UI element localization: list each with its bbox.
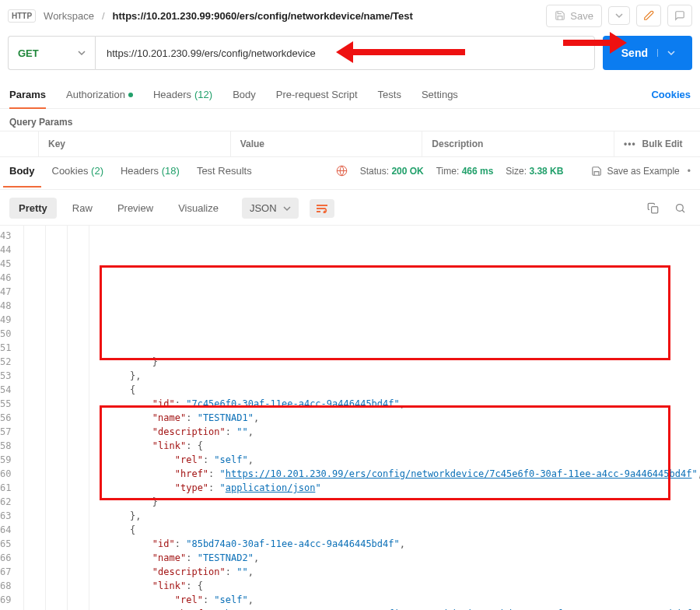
code-content: } }, { "id": "7c45e6f0-30af-11ee-a4cc-9a…: [17, 226, 700, 610]
svg-point-2: [677, 205, 684, 212]
status-dot-icon: [128, 93, 133, 97]
request-bar: GET Send: [0, 31, 700, 81]
send-dropdown[interactable]: [657, 49, 675, 57]
method-dropdown[interactable]: GET: [8, 36, 95, 70]
tab-authorization-label: Authorization: [66, 89, 125, 100]
size-label: Size:: [506, 166, 527, 177]
url-input[interactable]: [95, 36, 595, 70]
body-format-dropdown[interactable]: JSON: [242, 198, 299, 219]
tab-headers[interactable]: Headers (12): [153, 81, 212, 108]
response-meta: Status: 200 OK Time: 466 ms Size: 3.38 K…: [336, 165, 564, 177]
save-icon: [591, 166, 602, 177]
request-tabs: Params Authorization Headers (12) Body P…: [0, 81, 700, 109]
save-button[interactable]: Save: [546, 5, 602, 27]
resp-tab-headers[interactable]: Headers (18): [121, 165, 180, 177]
time-label: Time:: [436, 166, 460, 177]
tab-params[interactable]: Params: [9, 82, 46, 109]
globe-icon: [336, 165, 348, 177]
qparam-desc-header: Description: [422, 131, 614, 156]
chevron-down-icon: [78, 49, 86, 57]
send-label: Send: [621, 47, 648, 59]
method-value: GET: [18, 47, 39, 59]
tab-body[interactable]: Body: [233, 81, 256, 108]
pencil-icon: [643, 10, 654, 21]
response-tabs: Body Cookies (2) Headers (18) Test Resul…: [0, 157, 700, 180]
view-raw[interactable]: Raw: [63, 198, 102, 219]
crumb-separator: /: [102, 10, 105, 22]
view-pretty[interactable]: Pretty: [9, 198, 57, 219]
tab-headers-count: (12): [194, 89, 212, 100]
comment-button[interactable]: [667, 5, 692, 26]
size-value: 3.38 KB: [529, 166, 563, 177]
wrap-icon: [316, 204, 328, 213]
copy-button[interactable]: [642, 199, 663, 217]
response-view-tabs: Pretty Raw Preview Visualize JSON: [0, 189, 700, 225]
search-icon: [674, 202, 686, 214]
qparam-value-header: Value: [231, 131, 423, 156]
tab-tests[interactable]: Tests: [378, 81, 401, 108]
query-params-header: Key Value Description ••• Bulk Edit: [0, 131, 700, 157]
annotation-highlight-1: [100, 265, 670, 360]
resp-cookies-count: (2): [91, 165, 103, 177]
breadcrumb-bar: HTTP Workspace / https://10.201.230.99:9…: [0, 0, 700, 31]
view-visualize[interactable]: Visualize: [169, 198, 228, 219]
chevron-down-icon: [283, 205, 291, 212]
tab-prerequest[interactable]: Pre-request Script: [276, 81, 358, 108]
crumb-workspace[interactable]: Workspace: [44, 10, 94, 22]
status-value: 200 OK: [391, 166, 423, 177]
view-preview[interactable]: Preview: [108, 198, 163, 219]
resp-tab-body[interactable]: Body: [9, 165, 35, 177]
cookies-link[interactable]: Cookies: [651, 81, 691, 108]
save-icon: [555, 10, 565, 21]
more-icon: •••: [624, 138, 636, 149]
chevron-down-icon: [615, 12, 623, 19]
chevron-down-icon: [667, 49, 675, 57]
resp-cookies-label: Cookies: [52, 165, 89, 177]
save-dropdown[interactable]: [608, 6, 630, 25]
qparam-key-header: Key: [39, 131, 231, 156]
resp-tab-test-results[interactable]: Test Results: [197, 165, 252, 177]
tab-headers-label: Headers: [153, 89, 191, 100]
svg-rect-1: [652, 207, 658, 213]
tab-settings[interactable]: Settings: [422, 81, 458, 108]
tab-authorization[interactable]: Authorization: [66, 81, 133, 108]
resp-headers-count: (18): [162, 165, 180, 177]
query-params-label: Query Params: [0, 109, 700, 131]
http-badge: HTTP: [8, 9, 36, 23]
time-value: 466 ms: [462, 166, 494, 177]
format-label: JSON: [250, 202, 277, 214]
wrap-lines-button[interactable]: [310, 199, 334, 218]
more-icon[interactable]: •: [688, 166, 691, 177]
bulk-edit-label: Bulk Edit: [642, 138, 683, 149]
copy-icon: [647, 202, 659, 214]
resp-headers-label: Headers: [121, 165, 159, 177]
crumb-request-name[interactable]: https://10.201.230.99:9060/ers/config/ne…: [113, 10, 413, 22]
search-button[interactable]: [670, 199, 691, 217]
status-label: Status:: [360, 166, 389, 177]
line-gutter: 4344454647484950515253545556575859606162…: [0, 226, 17, 610]
qparam-bulk-edit[interactable]: ••• Bulk Edit: [614, 131, 700, 156]
comment-icon: [674, 10, 685, 21]
qparam-checkbox-col: [0, 131, 39, 156]
save-as-example[interactable]: Save as Example •: [591, 166, 691, 177]
edit-button[interactable]: [636, 5, 661, 26]
save-example-label: Save as Example: [607, 166, 679, 177]
send-button[interactable]: Send: [603, 36, 692, 70]
response-body[interactable]: 4344454647484950515253545556575859606162…: [0, 225, 700, 610]
save-label: Save: [570, 10, 593, 22]
resp-tab-cookies[interactable]: Cookies (2): [52, 165, 103, 177]
